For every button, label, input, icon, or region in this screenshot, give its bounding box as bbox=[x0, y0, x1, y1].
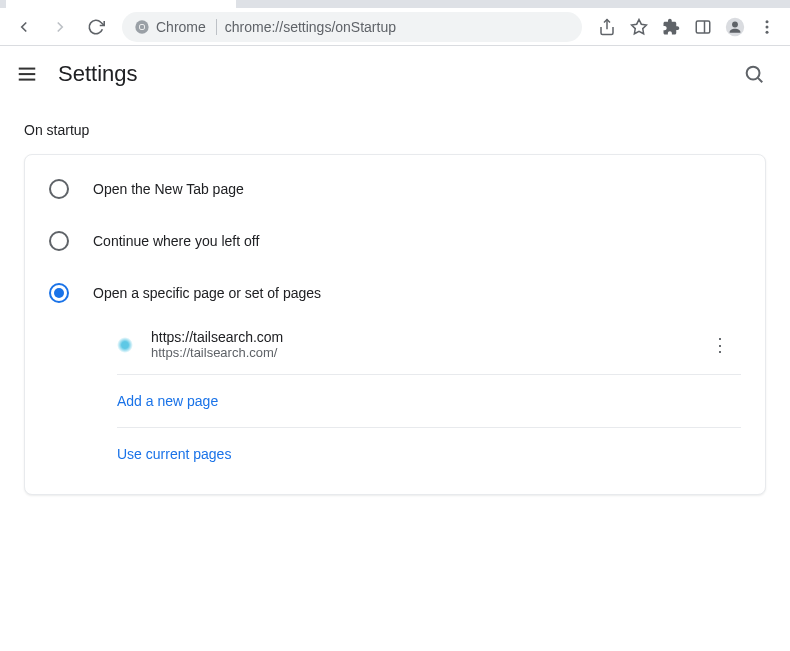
add-page-link[interactable]: Add a new page bbox=[25, 379, 765, 423]
svg-point-14 bbox=[766, 25, 769, 28]
divider bbox=[117, 374, 741, 375]
browser-tab[interactable]: Settings ✕ bbox=[6, 0, 236, 8]
sidepanel-button[interactable] bbox=[688, 11, 718, 43]
forward-button[interactable] bbox=[44, 11, 76, 43]
address-bar[interactable]: Chrome chrome://settings/onStartup bbox=[122, 12, 582, 42]
radio-icon bbox=[49, 179, 69, 199]
extensions-button[interactable] bbox=[656, 11, 686, 43]
profile-button[interactable] bbox=[720, 11, 750, 43]
divider bbox=[117, 427, 741, 428]
svg-point-19 bbox=[747, 67, 760, 80]
settings-menu-button[interactable] bbox=[16, 63, 38, 85]
svg-point-12 bbox=[732, 21, 738, 27]
new-tab-button[interactable]: + bbox=[244, 0, 272, 4]
svg-rect-16 bbox=[19, 68, 36, 70]
page-title: Settings bbox=[58, 61, 138, 87]
minimize-button[interactable] bbox=[652, 0, 698, 4]
omnibox-url: chrome://settings/onStartup bbox=[225, 19, 396, 35]
svg-rect-17 bbox=[19, 73, 36, 75]
svg-line-20 bbox=[758, 78, 762, 82]
section-title: On startup bbox=[24, 122, 766, 138]
site-info[interactable]: Chrome bbox=[134, 19, 217, 35]
bookmark-button[interactable] bbox=[624, 11, 654, 43]
radio-icon-selected bbox=[49, 283, 69, 303]
share-button[interactable] bbox=[592, 11, 622, 43]
entry-title: https://tailsearch.com bbox=[151, 329, 681, 345]
maximize-button[interactable] bbox=[698, 0, 744, 4]
radio-label: Open a specific page or set of pages bbox=[93, 285, 321, 301]
radio-label: Open the New Tab page bbox=[93, 181, 244, 197]
radio-option-specific-pages[interactable]: Open a specific page or set of pages bbox=[25, 267, 765, 319]
radio-option-continue[interactable]: Continue where you left off bbox=[25, 215, 765, 267]
svg-rect-18 bbox=[19, 79, 36, 81]
omnibox-label: Chrome bbox=[156, 19, 206, 35]
close-window-button[interactable] bbox=[744, 0, 790, 4]
svg-marker-8 bbox=[632, 19, 647, 33]
tab-search-button[interactable] bbox=[606, 0, 652, 4]
entry-url: https://tailsearch.com/ bbox=[151, 345, 681, 360]
svg-rect-9 bbox=[696, 21, 710, 33]
back-button[interactable] bbox=[8, 11, 40, 43]
entry-menu-button[interactable]: ⋮ bbox=[699, 330, 741, 360]
svg-point-6 bbox=[140, 24, 145, 29]
search-settings-button[interactable] bbox=[734, 54, 774, 94]
svg-point-15 bbox=[766, 30, 769, 33]
reload-button[interactable] bbox=[80, 11, 112, 43]
use-current-pages-link[interactable]: Use current pages bbox=[25, 432, 765, 476]
svg-point-13 bbox=[766, 20, 769, 23]
chrome-icon bbox=[134, 19, 150, 35]
favicon-icon bbox=[117, 337, 133, 353]
startup-page-entry: https://tailsearch.com https://tailsearc… bbox=[25, 319, 765, 370]
browser-menu-button[interactable] bbox=[752, 11, 782, 43]
search-icon bbox=[743, 63, 765, 85]
startup-card: Open the New Tab page Continue where you… bbox=[24, 154, 766, 495]
radio-label: Continue where you left off bbox=[93, 233, 259, 249]
radio-option-new-tab[interactable]: Open the New Tab page bbox=[25, 163, 765, 215]
radio-icon bbox=[49, 231, 69, 251]
